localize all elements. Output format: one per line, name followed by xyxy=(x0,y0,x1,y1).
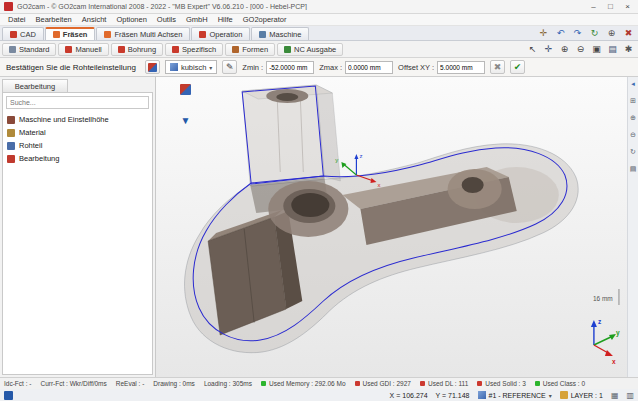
tab-label: Maschine xyxy=(269,30,301,39)
machine-icon xyxy=(259,31,266,38)
menu-item-outils[interactable]: Outils xyxy=(152,15,181,24)
reference-selector[interactable]: #1 - REFERENCE ▾ xyxy=(478,391,552,399)
menu-item-datei[interactable]: Datei xyxy=(3,15,31,24)
memory-status-dot xyxy=(261,381,266,386)
cube-icon xyxy=(170,63,178,71)
model-canvas[interactable]: z x y 16 mm z y x xyxy=(156,77,638,377)
material-icon xyxy=(7,129,15,137)
compass-icon[interactable]: ✛ xyxy=(537,27,550,40)
stock-shape-select[interactable]: kubisch ▾ xyxy=(165,60,217,74)
zmin-input[interactable] xyxy=(266,61,314,74)
status-label: Used Class : 0 xyxy=(543,380,585,387)
status-idc-fct: Idc-Fct : - xyxy=(4,380,31,387)
zoom-in-icon[interactable]: ⊕ xyxy=(630,114,636,122)
layers-icon[interactable]: ▤ xyxy=(630,165,637,173)
tree-item-maschine[interactable]: Maschine und Einstellhöhe xyxy=(7,113,148,126)
shapes-icon xyxy=(232,46,239,53)
formen-button[interactable]: Formen xyxy=(225,43,275,56)
filter-icon[interactable]: ▼ xyxy=(178,113,193,128)
offset-xy-label: Offset XY : xyxy=(398,63,434,72)
machine-sim-icon[interactable] xyxy=(178,82,193,97)
corner-y-label: y xyxy=(616,329,620,337)
menu-item-gmbh[interactable]: GmbH xyxy=(181,15,213,24)
edit-shape-button[interactable]: ✎ xyxy=(222,60,237,74)
scale-label: 16 mm xyxy=(593,295,613,302)
rotate-icon[interactable]: ↻ xyxy=(630,148,636,156)
tree-item-bearbeitung[interactable]: Bearbeitung xyxy=(7,152,148,165)
menu-item-optionen[interactable]: Optionen xyxy=(111,15,151,24)
zoom-out-icon[interactable]: ⊖ xyxy=(574,43,587,56)
view-tool-icons: ↖ ✛ ⊕ ⊖ ▣ ▤ ✱ xyxy=(526,43,635,56)
operations-tree: Maschine und Einstellhöhe Material Rohte… xyxy=(3,112,152,166)
tab-cad[interactable]: CAD xyxy=(2,27,44,40)
refresh-icon[interactable]: ↻ xyxy=(588,27,601,40)
manuell-button[interactable]: Manuell xyxy=(58,43,108,56)
tool-label: Manuell xyxy=(75,45,101,54)
tab-label: CAD xyxy=(20,30,36,39)
gdi-status-dot xyxy=(355,381,360,386)
zoom-out-icon[interactable]: ⊖ xyxy=(630,131,636,139)
close-button[interactable]: × xyxy=(619,0,636,13)
zmax-field-group: Zmax : xyxy=(319,61,393,74)
stock-mode-button[interactable] xyxy=(145,60,160,74)
menu-item-ansicht[interactable]: Ansicht xyxy=(77,15,112,24)
prompt-message: Bestätigen Sie die Rohteileinstellung xyxy=(6,63,136,72)
tab-fraesen[interactable]: Fräsen xyxy=(45,27,96,40)
stock-icon xyxy=(7,142,15,150)
multi-axis-icon xyxy=(104,31,111,38)
zmin-field-group: Zmin : xyxy=(242,61,314,74)
menu-item-hilfe[interactable]: Hilfe xyxy=(213,15,238,24)
tab-bearbeitung[interactable]: Bearbeitung xyxy=(2,79,68,92)
offset-xy-input[interactable] xyxy=(437,61,485,74)
layer-selector[interactable]: LAYER : 1 xyxy=(560,391,603,399)
bottom-bar: X = 106.274 Y = 71.148 #1 - REFERENCE ▾ … xyxy=(0,389,638,401)
cursor-icon[interactable]: ↖ xyxy=(526,43,539,56)
view-split-icon[interactable]: ▥ xyxy=(626,391,634,400)
tab-label: Fräsen xyxy=(63,30,88,39)
menu-item-bearbeiten[interactable]: Bearbeiten xyxy=(31,15,77,24)
tab-label: Operation xyxy=(209,30,242,39)
confirm-button[interactable]: ✔ xyxy=(510,60,525,74)
maximize-button[interactable]: □ xyxy=(602,0,619,13)
zmax-input[interactable] xyxy=(345,61,393,74)
status-loading: Loading : 305ms xyxy=(204,380,252,387)
redo-icon[interactable]: ↷ xyxy=(571,27,584,40)
minimize-button[interactable]: – xyxy=(585,0,602,13)
cancel-button[interactable]: ✖ xyxy=(490,60,505,74)
camera-icon[interactable]: ▤ xyxy=(606,43,619,56)
tab-fraesen-multi-achsen[interactable]: Fräsen Multi Achsen xyxy=(96,27,190,40)
menu-item-go2operator[interactable]: GO2operator xyxy=(238,15,292,24)
tree-item-material[interactable]: Material xyxy=(7,126,148,139)
bohrung-button[interactable]: Bohrung xyxy=(111,43,163,56)
class-status-dot xyxy=(535,381,540,386)
specific-icon xyxy=(172,46,179,53)
zoom-in-icon[interactable]: ⊕ xyxy=(558,43,571,56)
tab-operation[interactable]: Operation xyxy=(191,27,250,40)
chevron-down-icon: ▾ xyxy=(549,392,552,399)
status-label: Used Memory : 292.06 Mo xyxy=(269,380,346,387)
undo-icon[interactable]: ↶ xyxy=(554,27,567,40)
go2cam-launcher-icon[interactable] xyxy=(4,391,13,400)
status-label: Loading : 305ms xyxy=(204,380,252,387)
collapse-icon[interactable]: ◂ xyxy=(631,80,635,88)
quick-access-icons: ✛ ↶ ↷ ↻ ⊕ ✖ xyxy=(537,27,635,40)
search-input[interactable] xyxy=(6,96,149,109)
pan-icon[interactable]: ✛ xyxy=(542,43,555,56)
nc-output-icon xyxy=(284,46,291,53)
viewport-3d[interactable]: z x y 16 mm z y x xyxy=(156,77,638,377)
zoom-window-icon[interactable]: ⊕ xyxy=(605,27,618,40)
standard-button[interactable]: Standard xyxy=(2,43,56,56)
tree-item-rohteil[interactable]: Rohteil xyxy=(7,139,148,152)
delete-icon[interactable]: ✖ xyxy=(622,27,635,40)
tab-maschine[interactable]: Maschine xyxy=(251,27,309,40)
settings-icon[interactable]: ✱ xyxy=(622,43,635,56)
nc-ausgabe-button[interactable]: NC Ausgabe xyxy=(277,43,343,56)
milling-sub-toolbar: Standard Manuell Bohrung Spezifisch Form… xyxy=(0,41,638,58)
grid-icon[interactable]: ⊞ xyxy=(630,97,636,105)
status-bar: Idc-Fct : - Curr-Fct : Wkr/Diff/0ms ReEv… xyxy=(0,377,638,389)
zoom-fit-icon[interactable]: ▣ xyxy=(590,43,603,56)
zmax-label: Zmax : xyxy=(319,63,342,72)
origin-z-label: z xyxy=(359,153,362,159)
grid-toggle-icon[interactable]: ▦ xyxy=(611,391,619,400)
spezifisch-button[interactable]: Spezifisch xyxy=(165,43,223,56)
